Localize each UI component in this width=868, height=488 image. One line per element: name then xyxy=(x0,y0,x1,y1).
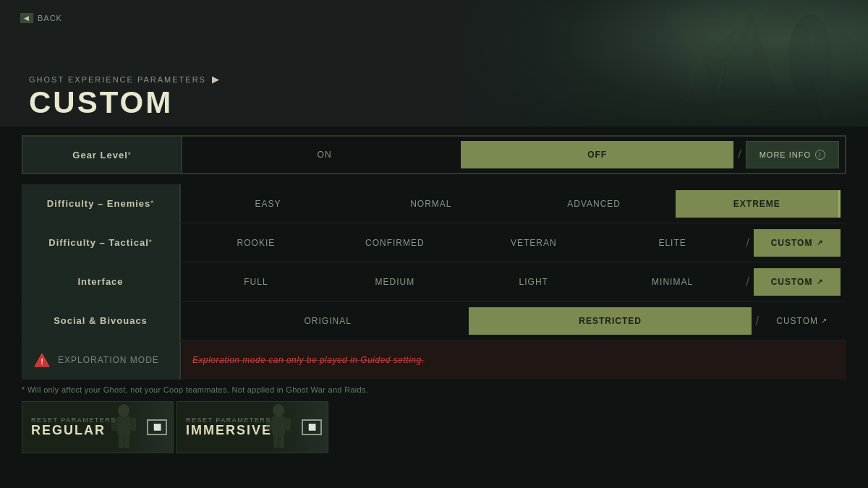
svg-rect-10 xyxy=(111,418,117,431)
tactical-rookie-button[interactable]: Rookie xyxy=(187,229,326,257)
exploration-warning: Exploration mode can only be played in G… xyxy=(181,341,846,380)
divider: / xyxy=(742,275,754,288)
interface-options: Full Medium Light Minimal / Custom ↗ xyxy=(181,262,846,301)
social-bivouacs-row: Social & Bivouacs Original Restricted / … xyxy=(22,301,846,341)
warning-triangle-icon: ! xyxy=(33,351,51,369)
page-title: CUSTOM xyxy=(29,87,846,118)
enemies-easy-button[interactable]: Easy xyxy=(187,190,349,218)
social-original-button[interactable]: Original xyxy=(187,307,469,335)
tactical-confirmed-button[interactable]: Confirmed xyxy=(326,229,464,257)
social-restricted-button[interactable]: Restricted xyxy=(469,307,751,335)
preset-icon-area-2: ⬜ xyxy=(302,419,322,435)
enemies-normal-button[interactable]: Normal xyxy=(349,190,512,218)
gear-level-row: Gear Level* On Off / MORE INFO i xyxy=(22,135,846,174)
difficulty-tactical-row: Difficulty – Tactical* Rookie Confirmed … xyxy=(22,223,846,262)
subtitle-arrow-icon: ▶ xyxy=(212,74,221,85)
social-bivouacs-label: Social & Bivouacs xyxy=(22,301,181,340)
gear-on-button[interactable]: On xyxy=(188,141,461,168)
interface-custom-button[interactable]: Custom ↗ xyxy=(754,268,841,296)
social-custom-button[interactable]: Custom ↗ xyxy=(763,307,841,335)
subtitle: GHOST EXPERIENCE PARAMETERS ▶ xyxy=(29,74,846,85)
interface-light-button[interactable]: Light xyxy=(464,268,603,296)
svg-rect-9 xyxy=(117,416,130,435)
svg-text:!: ! xyxy=(41,357,43,366)
divider: / xyxy=(742,236,754,249)
header: ◀ BACK GHOST EXPERIENCE PARAMETERS ▶ CUS… xyxy=(0,0,868,127)
interface-row: Interface Full Medium Light Minimal / Cu… xyxy=(22,262,846,301)
interface-full-button[interactable]: Full xyxy=(187,268,326,296)
back-button[interactable]: ◀ BACK xyxy=(20,13,62,23)
external-link-icon: ↗ xyxy=(817,239,823,247)
soldier-silhouette-icon xyxy=(104,403,144,453)
difficulty-tactical-label: Difficulty – Tactical* xyxy=(22,223,181,262)
svg-rect-15 xyxy=(272,416,285,435)
tactical-custom-button[interactable]: Custom ↗ xyxy=(754,229,841,257)
preset-regular-card[interactable]: ⬜ RESET PARAMETERS REGULAR xyxy=(22,401,174,453)
svg-rect-19 xyxy=(279,434,284,448)
svg-rect-11 xyxy=(130,418,136,431)
preset-icon-box: ⬜ xyxy=(147,419,167,435)
preset-icon-area: ⬜ xyxy=(147,419,167,435)
svg-rect-17 xyxy=(285,418,291,431)
back-icon: ◀ xyxy=(20,13,33,23)
divider: / xyxy=(733,148,745,161)
svg-point-8 xyxy=(118,404,129,417)
soldier-silhouette-2-icon xyxy=(259,403,299,453)
footnote: * Will only affect your Ghost, not your … xyxy=(22,380,846,398)
svg-point-14 xyxy=(273,404,284,417)
interface-medium-button[interactable]: Medium xyxy=(326,268,464,296)
enemies-advanced-button[interactable]: Advanced xyxy=(513,190,676,218)
social-bivouacs-options: Original Restricted / Custom ↗ xyxy=(181,301,846,340)
difficulty-enemies-row: Difficulty – Enemies* Easy Normal Advanc… xyxy=(22,184,846,223)
main-container: ◀ BACK GHOST EXPERIENCE PARAMETERS ▶ CUS… xyxy=(0,0,868,488)
gear-level-options: On Off / MORE INFO i xyxy=(182,137,845,173)
gear-level-label: Gear Level* xyxy=(23,137,182,173)
svg-rect-12 xyxy=(119,434,124,448)
content-area: Gear Level* On Off / MORE INFO i Difficu… xyxy=(0,127,868,488)
preset-immersive-card[interactable]: ⬜ RESET PARAMETERS IMMERSIVE xyxy=(176,401,328,453)
tactical-veteran-button[interactable]: Veteran xyxy=(464,229,603,257)
difficulty-enemies-options: Easy Normal Advanced Extreme xyxy=(181,184,846,223)
exploration-label-area: ! Exploration Mode xyxy=(22,341,181,380)
exploration-mode-row: ! Exploration Mode Exploration mode can … xyxy=(22,341,846,380)
svg-rect-13 xyxy=(124,434,129,448)
back-label: BACK xyxy=(38,14,62,22)
interface-minimal-button[interactable]: Minimal xyxy=(603,268,742,296)
preset-icon-box-2: ⬜ xyxy=(302,419,322,435)
difficulty-tactical-options: Rookie Confirmed Veteran Elite / Custom … xyxy=(181,223,846,262)
svg-rect-18 xyxy=(273,434,278,448)
gear-off-button[interactable]: Off xyxy=(461,141,733,168)
interface-label: Interface xyxy=(22,262,181,301)
info-icon: i xyxy=(815,150,825,160)
presets-bar: ⬜ RESET PARAMETERS REGULAR xyxy=(22,398,846,453)
difficulty-enemies-label: Difficulty – Enemies* xyxy=(22,184,181,223)
more-info-button[interactable]: MORE INFO i xyxy=(746,141,839,168)
external-link-icon: ↗ xyxy=(821,317,827,325)
exploration-label: Exploration Mode xyxy=(58,355,159,365)
divider: / xyxy=(752,314,763,328)
enemies-extreme-button[interactable]: Extreme xyxy=(676,190,841,218)
external-link-icon: ↗ xyxy=(817,278,823,286)
svg-rect-16 xyxy=(266,418,272,431)
tactical-elite-button[interactable]: Elite xyxy=(603,229,742,257)
